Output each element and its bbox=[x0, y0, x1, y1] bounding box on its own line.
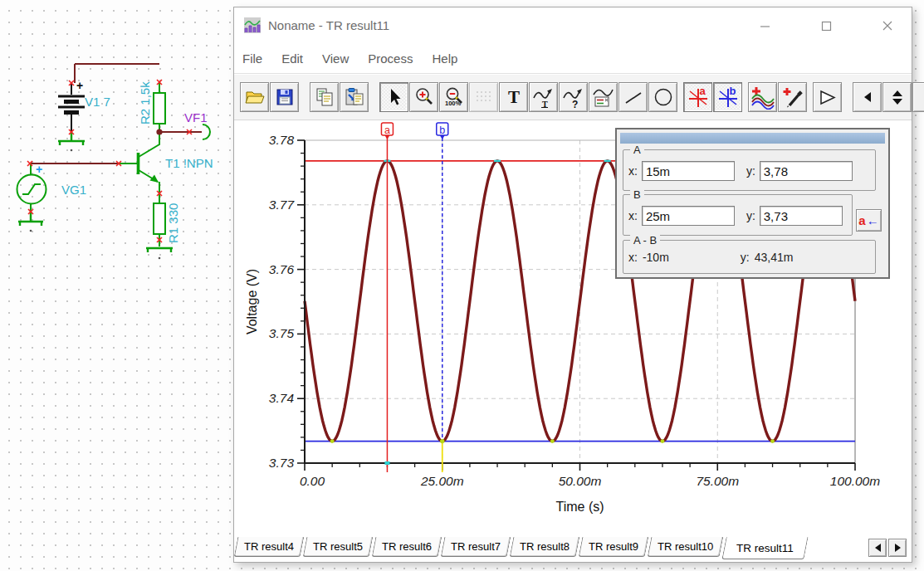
label-vf1: VF1 bbox=[184, 110, 208, 124]
output-probe-vf1[interactable]: VF1 bbox=[162, 110, 210, 139]
scroll-right-button[interactable] bbox=[912, 82, 924, 112]
wire-vcc[interactable] bbox=[75, 64, 159, 83]
x-tick-label: 0.00 bbox=[300, 474, 325, 488]
cursor-a-y-input[interactable] bbox=[760, 161, 853, 181]
label-r2: R2 1,5k bbox=[138, 81, 152, 124]
diff-x-label: x: bbox=[628, 251, 638, 264]
diagram-window: Noname - TR result11 File Edit View Proc… bbox=[233, 7, 912, 563]
cursor-b-group: B x: y: bbox=[623, 194, 853, 236]
ground-icon bbox=[146, 248, 173, 259]
a-y-label: y: bbox=[746, 164, 755, 178]
diff-y-label: y: bbox=[741, 251, 750, 264]
tab-tr-result11[interactable]: TR result11 bbox=[721, 537, 808, 559]
b-y-label: y: bbox=[746, 209, 755, 222]
ground-icon bbox=[58, 132, 85, 151]
cursor-a-line[interactable]: a bbox=[381, 123, 393, 472]
cursor-a-group: A x: y: bbox=[623, 149, 876, 191]
component-transistor-t1[interactable]: T1 !NPN bbox=[119, 132, 213, 193]
cursor-a-x-input[interactable] bbox=[642, 161, 735, 181]
component-resistor-r1[interactable]: R1 330 bbox=[146, 193, 180, 259]
cursor-diff-group: A - B x: -10m y: 43,41m bbox=[623, 240, 876, 274]
min-marker bbox=[661, 439, 665, 443]
junction-dot bbox=[156, 129, 162, 134]
panel-title-bar[interactable] bbox=[620, 133, 885, 144]
jump-to-a-button[interactable]: a ← bbox=[856, 209, 882, 232]
ground-icon bbox=[18, 212, 43, 232]
component-resistor-r2[interactable]: R2 1,5k bbox=[138, 81, 165, 132]
y-tick-label: 3.77 bbox=[269, 198, 296, 212]
x-axis-title: Time (s) bbox=[555, 500, 604, 514]
tab-label: TR result11 bbox=[736, 542, 794, 554]
diff-y-value: 43,41m bbox=[755, 251, 794, 264]
svg-text:+: + bbox=[76, 79, 83, 92]
cursor-b-x-input[interactable] bbox=[642, 206, 735, 226]
component-generator-vg1[interactable]: + VG1 bbox=[17, 163, 120, 232]
a-x-label: x: bbox=[628, 164, 638, 178]
min-marker bbox=[330, 439, 335, 443]
min-marker bbox=[550, 439, 555, 443]
min-marker bbox=[770, 439, 775, 443]
y-tick-label: 3.75 bbox=[269, 326, 295, 340]
y-axis-title: Voltage (V) bbox=[245, 269, 259, 334]
label-v1: V1 7 bbox=[85, 95, 110, 109]
diff-x-value: -10m bbox=[643, 251, 669, 264]
cursor-b-y-input[interactable] bbox=[760, 206, 843, 226]
label-vg1: VG1 bbox=[61, 183, 86, 197]
svg-text:a: a bbox=[384, 124, 390, 136]
x-tick-label: 25.00m bbox=[420, 474, 464, 488]
label-r1: R1 330 bbox=[166, 203, 180, 243]
y-tick-label: 3.76 bbox=[269, 262, 295, 276]
x-tick-label: 50.00m bbox=[559, 474, 602, 488]
y-tick-label: 3.78 bbox=[269, 133, 295, 147]
group-b-label: B bbox=[630, 188, 644, 201]
schematic-canvas: + V1 7 R2 1,5k VF1 T1 !NPN + VG1 bbox=[0, 0, 233, 299]
group-a-label: A bbox=[630, 144, 644, 156]
x-tick-label: 75.00m bbox=[696, 474, 739, 488]
svg-text:+: + bbox=[36, 163, 42, 176]
cursor-panel: A x: y: B x: y: a ← A - B x: bbox=[615, 128, 890, 279]
y-tick-label: 3.74 bbox=[269, 391, 295, 405]
b-x-label: x: bbox=[628, 209, 638, 222]
cursor-b-line[interactable]: b bbox=[437, 123, 448, 472]
label-t1: T1 !NPN bbox=[165, 156, 213, 170]
component-battery-v1[interactable]: + V1 7 bbox=[58, 79, 110, 151]
x-tick-label: 100.00m bbox=[830, 474, 880, 488]
y-tick-label: 3.73 bbox=[269, 456, 295, 470]
group-diff-label: A - B bbox=[630, 234, 660, 246]
tr-result-chart: 3.783.773.763.753.743.730.0025.00m50.00m… bbox=[234, 7, 913, 564]
svg-text:b: b bbox=[439, 124, 445, 136]
